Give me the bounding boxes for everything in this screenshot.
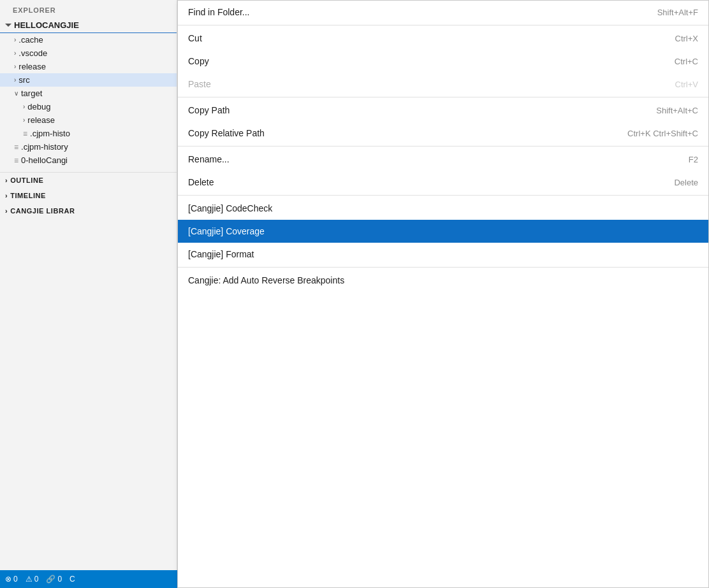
timeline-label: TIMELINE (10, 192, 46, 199)
chevron-right-icon: › (23, 117, 25, 124)
outline-label: OUTLINE (10, 176, 43, 184)
menu-label: Cangjie: Add Auto Reverse Breakpoints (188, 275, 344, 285)
signal-count[interactable]: 🔗 0 (46, 575, 62, 584)
separator (178, 25, 708, 25)
file-label: 0-helloCangi (21, 155, 68, 165)
sidebar-item-0-hellocangi[interactable]: ≡ 0-helloCangi (0, 154, 177, 167)
menu-shortcut: Ctrl+X (675, 34, 698, 43)
menu-item-paste[interactable]: Paste Ctrl+V (178, 73, 708, 96)
folder-label: release (18, 62, 46, 71)
chevron-right-icon: › (23, 103, 25, 110)
error-icon: ⊗ (5, 575, 11, 584)
separator (178, 97, 708, 97)
sidebar-item-outline[interactable]: › OUTLINE (0, 173, 177, 188)
menu-shortcut: Delete (674, 178, 698, 187)
sidebar-item-target[interactable]: ∨ target (0, 87, 177, 100)
sidebar-item-release[interactable]: › release (0, 60, 177, 73)
status-bar: ⊗ 0 ⚠ 0 🔗 0 C (0, 570, 177, 588)
separator (178, 195, 708, 196)
menu-label: Copy (188, 56, 209, 66)
warning-icon: ⚠ (26, 575, 33, 584)
explorer-title: EXPLORER (0, 0, 177, 18)
context-menu: Find in Folder... Shift+Alt+F Cut Ctrl+X… (177, 0, 709, 588)
menu-label: Rename... (188, 154, 230, 164)
menu-label: [Cangjie] Format (188, 249, 254, 259)
cangjie-lib-label: CANGJIE LIBRAR (10, 207, 75, 215)
menu-label: Copy Path (188, 105, 230, 115)
menu-label: Paste (188, 79, 211, 89)
chevron-down-icon: ∨ (14, 90, 18, 97)
chevron-right-icon: › (5, 176, 8, 184)
menu-item-cangjie-coverage[interactable]: [Cangjie] Coverage (178, 220, 708, 243)
menu-shortcut: Ctrl+K Ctrl+Shift+C (627, 129, 698, 138)
separator (178, 146, 708, 147)
menu-shortcut: Shift+Alt+F (657, 8, 698, 17)
sidebar-item-cangjie-lib[interactable]: › CANGJIE LIBRAR (0, 203, 177, 219)
error-count[interactable]: ⊗ 0 (5, 575, 18, 584)
signal-icon: 🔗 (46, 575, 55, 584)
file-label: .cjpm-histo (30, 129, 70, 138)
sidebar-item-target-release[interactable]: › release (0, 113, 177, 127)
menu-item-copy-relative-path[interactable]: Copy Relative Path Ctrl+K Ctrl+Shift+C (178, 122, 708, 145)
menu-label: Cut (188, 33, 202, 43)
chevron-right-icon: › (14, 63, 16, 70)
sidebar: EXPLORER HELLOCANGJIE › .cache › .vscode… (0, 0, 177, 588)
menu-item-cangjie-format[interactable]: [Cangjie] Format (178, 243, 708, 266)
project-name: HELLOCANGJIE (14, 20, 79, 30)
folder-label: .vscode (18, 48, 47, 58)
menu-item-cut[interactable]: Cut Ctrl+X (178, 27, 708, 50)
sidebar-item-src[interactable]: › src (0, 73, 177, 87)
menu-label: [Cangjie] CodeCheck (188, 203, 272, 213)
extra-status: C (69, 575, 75, 584)
menu-item-cangjie-breakpoints[interactable]: Cangjie: Add Auto Reverse Breakpoints (178, 269, 708, 292)
menu-label: Delete (188, 177, 214, 187)
sidebar-item-cache[interactable]: › .cache (0, 33, 177, 47)
folder-label: release (27, 115, 55, 125)
chevron-right-icon: › (5, 192, 8, 199)
file-label: .cjpm-history (21, 142, 68, 152)
menu-shortcut: F2 (689, 155, 698, 164)
menu-shortcut: Shift+Alt+C (656, 106, 698, 115)
menu-shortcut: Ctrl+C (675, 57, 698, 66)
file-icon: ≡ (14, 156, 18, 165)
sidebar-item-cjpm-histo[interactable]: ≡ .cjpm-histo (0, 127, 177, 140)
file-icon: ≡ (23, 129, 27, 138)
sidebar-item-timeline[interactable]: › TIMELINE (0, 188, 177, 203)
folder-label: debug (27, 102, 50, 111)
chevron-right-icon: › (14, 36, 16, 43)
menu-label: Copy Relative Path (188, 128, 265, 138)
sidebar-item-cjpm-history[interactable]: ≡ .cjpm-history (0, 140, 177, 154)
warning-count[interactable]: ⚠ 0 (26, 575, 39, 584)
project-root[interactable]: HELLOCANGJIE (0, 18, 177, 33)
sidebar-item-debug[interactable]: › debug (0, 100, 177, 113)
project-chevron-icon (5, 24, 11, 27)
menu-label: Find in Folder... (188, 7, 250, 17)
separator (178, 267, 708, 268)
chevron-right-icon: › (5, 207, 8, 215)
chevron-right-icon: › (14, 76, 16, 83)
folder-label: target (21, 89, 42, 98)
menu-shortcut: Ctrl+V (675, 80, 698, 89)
folder-label: src (18, 75, 29, 85)
chevron-right-icon: › (14, 50, 16, 57)
menu-item-delete[interactable]: Delete Delete (178, 171, 708, 194)
sidebar-item-vscode[interactable]: › .vscode (0, 47, 177, 60)
menu-item-copy[interactable]: Copy Ctrl+C (178, 50, 708, 73)
menu-item-find-in-folder[interactable]: Find in Folder... Shift+Alt+F (178, 1, 708, 24)
folder-label: .cache (18, 35, 43, 45)
menu-item-rename[interactable]: Rename... F2 (178, 148, 708, 171)
menu-item-copy-path[interactable]: Copy Path Shift+Alt+C (178, 99, 708, 122)
menu-item-cangjie-codecheck[interactable]: [Cangjie] CodeCheck (178, 197, 708, 220)
menu-label: [Cangjie] Coverage (188, 226, 265, 236)
file-icon: ≡ (14, 143, 18, 152)
